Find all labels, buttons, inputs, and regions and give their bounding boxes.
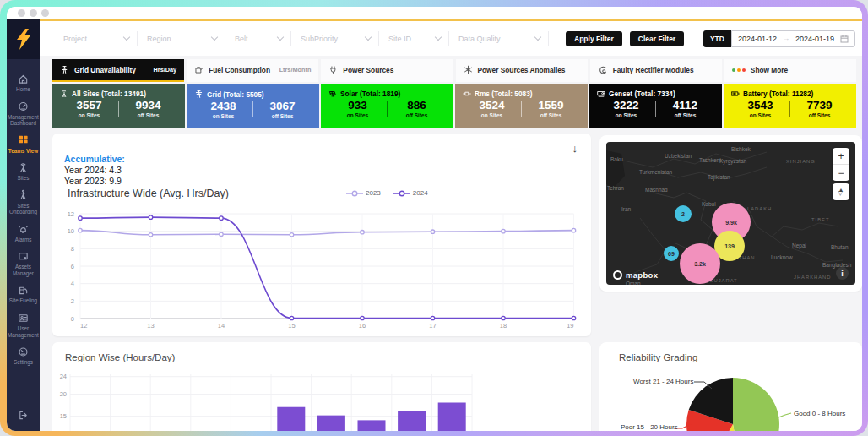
legend-item-2023[interactable]: 2023	[346, 189, 381, 197]
date-range-input[interactable]: 2024-01-12 → 2024-01-19	[731, 30, 855, 47]
chevron-down-icon	[211, 34, 218, 41]
tab-faulty-rectifier-modules[interactable]: Faulty Rectifier Modules	[590, 59, 722, 82]
sidebar-item-assets-manager[interactable]: Assets Manager	[7, 250, 40, 276]
on-count: 3524	[463, 99, 521, 112]
sidebar-item-home[interactable]: Home	[7, 73, 40, 93]
apply-filter-button[interactable]: Apply Filter	[566, 31, 622, 46]
tab-grid-unavailability[interactable]: Grid UnavailabilityHrs/Day	[52, 59, 184, 82]
stat-card-values: 3524on Sites1559off Sites	[463, 99, 580, 118]
window-control-icon[interactable]	[41, 9, 49, 17]
chevron-down-icon	[534, 34, 541, 41]
date-range-arrow-icon: →	[783, 35, 789, 42]
window-control-icon[interactable]	[18, 9, 25, 17]
stat-card-solar[interactable]: Solar (Total: 1819)933on Sites886off Sit…	[321, 84, 453, 128]
filter-dropdown-project[interactable]: Project	[63, 31, 138, 46]
filter-dropdown-region[interactable]: Region	[147, 31, 225, 46]
map-cluster-bubble[interactable]: 3.2k	[680, 243, 720, 284]
map-cluster-bubble[interactable]: 2	[675, 205, 692, 222]
svg-text:2: 2	[71, 297, 74, 305]
tower-icon	[60, 90, 68, 98]
bar-chart-title: Region Wise (Hours/Day)	[65, 352, 175, 362]
region-wise-card: Region Wise (Hours/Day) 152024	[52, 342, 591, 431]
tab-power-sources-anomalies[interactable]: Power Sources Anomalies	[456, 59, 588, 82]
off-count: 4112	[656, 99, 714, 112]
tab-label: Power Sources	[343, 66, 393, 74]
filter-dropdown-site-id[interactable]: Site ID	[388, 31, 449, 46]
svg-text:10: 10	[68, 227, 74, 235]
sidebar-item-label: Sites	[8, 175, 40, 182]
on-count: 3222	[597, 99, 655, 112]
off-label: off Sites	[388, 112, 446, 118]
legend-label: 2023	[366, 189, 381, 197]
stat-card-grid[interactable]: Grid (Total: 5505)2438on Sites3067off Si…	[187, 84, 319, 128]
map-label-tashkent: Tashkent	[699, 157, 721, 163]
stat-card-battery[interactable]: Battery (Total: 11282)3543on Sites7739of…	[724, 84, 856, 128]
date-from[interactable]: 2024-01-12	[738, 35, 777, 43]
map-label-tehran: Tehran	[607, 185, 624, 191]
svg-text:6: 6	[71, 263, 74, 270]
assets-manager-icon	[18, 250, 29, 262]
tab-label: Fuel Consumption	[209, 66, 270, 74]
map-cluster-bubble[interactable]: 69	[664, 246, 679, 261]
filter-dropdown-data-quality[interactable]: Data Quality	[458, 31, 549, 46]
stat-card-rms[interactable]: Rms (Total: 5083)3524on Sites1559off Sit…	[455, 84, 588, 128]
map-info-button[interactable]: i	[836, 267, 849, 280]
sidebar-item-label: Alarms	[8, 237, 40, 243]
stat-card-genset[interactable]: Genset (Total: 7334)3222on Sites4112off …	[589, 84, 722, 128]
sites-icon	[18, 161, 29, 173]
off-sites-value: 9934off Sites	[119, 99, 177, 118]
zoom-out-button[interactable]: −	[833, 164, 849, 181]
sidebar-item-sites[interactable]: Sites	[7, 161, 40, 182]
on-sites-value: 933on Sites	[328, 99, 387, 118]
download-arrow-icon[interactable]: ↓	[572, 142, 578, 155]
legend-item-2024[interactable]: 2024	[393, 189, 428, 197]
calendar-icon	[840, 35, 849, 43]
map-pitch-toggle[interactable]: ▲▽	[833, 183, 849, 200]
sidebar-item-teams-view[interactable]: Teams View	[7, 134, 40, 155]
map-canvas[interactable]: BakuTurkmenistanUzbekistanTashkentBishke…	[606, 142, 855, 285]
tab-power-sources[interactable]: Power Sources	[321, 59, 453, 82]
off-count: 9934	[119, 99, 177, 112]
app-body: HomeManagement DashboardTeams ViewSitesS…	[7, 19, 862, 431]
sidebar-item-alarms[interactable]: Alarms	[7, 223, 40, 243]
svg-text:13: 13	[147, 322, 154, 330]
window-control-icon[interactable]	[30, 9, 37, 17]
mapbox-attribution[interactable]: mapbox	[613, 270, 658, 280]
app-logo[interactable]	[7, 19, 40, 59]
svg-text:17: 17	[429, 322, 436, 330]
sidebar-nav: HomeManagement DashboardTeams ViewSitesS…	[7, 59, 40, 373]
tab-label: Power Sources Anomalies	[478, 66, 566, 74]
filter-dropdown-belt[interactable]: Belt	[235, 31, 291, 46]
map-label-turkmenistan: Turkmenistan	[639, 169, 672, 175]
logout-icon[interactable]	[18, 409, 29, 424]
chart-legend: 20232024	[346, 189, 428, 197]
sidebar-item-label: User Management	[8, 325, 40, 338]
date-controls: YTD 2024-01-12 → 2024-01-19	[703, 30, 855, 47]
off-count: 1559	[522, 99, 580, 112]
pie-chart-title: Reliability Grading	[619, 352, 697, 362]
stat-card-title: Solar (Total: 1819)	[340, 90, 400, 98]
on-label: on Sites	[60, 112, 118, 118]
sidebar-item-settings[interactable]: Settings	[7, 346, 40, 366]
zoom-in-button[interactable]: +	[833, 148, 849, 164]
tab-show-more[interactable]: Show More	[724, 59, 856, 82]
map-label-baku: Baku	[610, 156, 623, 162]
clear-filter-button[interactable]: Clear Filter	[630, 31, 684, 46]
on-label: on Sites	[328, 112, 387, 118]
date-to[interactable]: 2024-01-19	[795, 35, 834, 43]
app-window: HomeManagement DashboardTeams ViewSitesS…	[7, 7, 862, 431]
sidebar-item-user-management[interactable]: User Management	[7, 312, 40, 338]
ytd-button[interactable]: YTD	[703, 30, 731, 47]
map-label-tajikistan: Tajikistan	[708, 174, 730, 180]
sidebar-item-sites-onboarding[interactable]: Sites Onboarding	[7, 189, 40, 215]
map-label-xinjiang: XINJIANG	[786, 159, 816, 164]
filter-dropdown-subpriority[interactable]: SubPriority	[301, 31, 379, 46]
tab-fuel-consumption[interactable]: Fuel ConsumptionLtrs/Month	[187, 59, 318, 82]
chevron-down-icon	[277, 34, 284, 41]
off-label: off Sites	[522, 112, 580, 118]
sidebar-item-site-fueling[interactable]: Site Fueling	[7, 284, 40, 304]
sidebar-item-management-dashboard[interactable]: Management Dashboard	[7, 101, 40, 127]
stat-card-all-sites[interactable]: All Sites (Total: 13491)3557on Sites9934…	[52, 84, 185, 128]
map-label-oman: Oman	[626, 281, 641, 286]
off-label: off Sites	[790, 112, 849, 118]
